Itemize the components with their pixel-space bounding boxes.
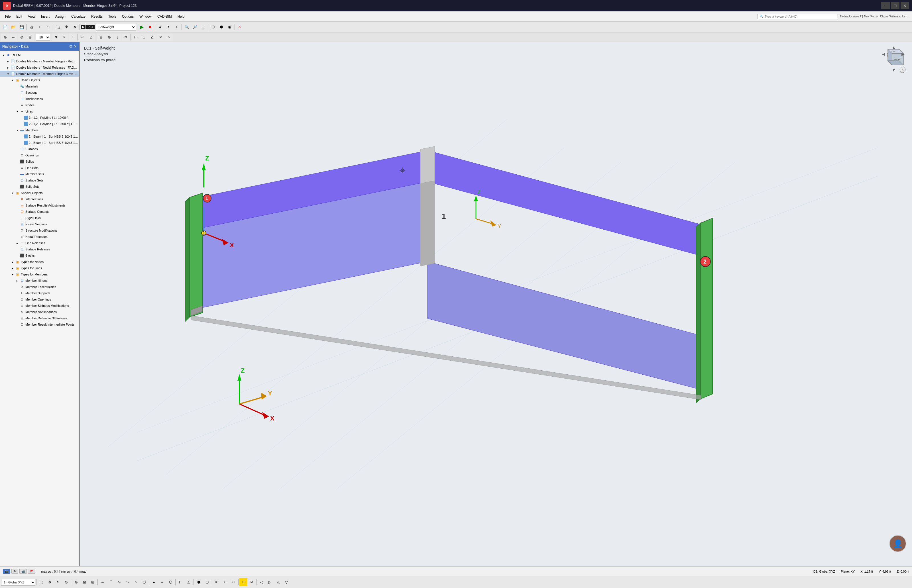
tree-item-surfacereleases[interactable]: ▸ ⬡ Surface Releases <box>0 246 79 252</box>
tree-item-typesmembers[interactable]: ▾ ▣ Types for Members <box>0 271 79 278</box>
load-case-dropdown[interactable]: Self-weight <box>96 24 136 31</box>
menu-item-view[interactable]: View <box>25 13 38 19</box>
tree-item-file2[interactable]: ▸ 📄 Double Members - Nodal Releases - FA… <box>0 65 79 71</box>
menu-item-results[interactable]: Results <box>88 13 105 19</box>
tree-item-memberstiffness[interactable]: ▸ ≡ Member Stiffness Modifications <box>0 302 79 309</box>
snap-line[interactable]: ━ <box>10 33 18 41</box>
menu-item-options[interactable]: Options <box>119 13 136 19</box>
snap-value-dropdown[interactable]: .10 <box>36 34 50 41</box>
filter-lines[interactable]: L <box>69 33 77 41</box>
bt-poly[interactable]: ⬡ <box>140 578 148 586</box>
tree-item-solidsets[interactable]: ▸ ⬛ Solid Sets <box>0 184 79 190</box>
tree-item-materials[interactable]: ▸ 🔩 Materials <box>0 83 79 89</box>
bt-node[interactable]: ● <box>150 578 158 586</box>
bt-face[interactable]: ⬡ <box>167 578 175 586</box>
toggle-lines[interactable]: ▾ <box>15 109 19 114</box>
tree-item-memberopenings[interactable]: ▸ ⊙ Member Openings <box>0 296 79 302</box>
zoom-in[interactable]: 🔍 <box>183 23 191 31</box>
view-y[interactable]: Y <box>165 23 172 31</box>
status-tab-video[interactable]: 📹 <box>19 569 27 574</box>
bt-solid[interactable]: ⬢ <box>195 578 203 586</box>
menu-item-tools[interactable]: Tools <box>105 13 119 19</box>
rotate-button[interactable]: ↻ <box>71 23 79 31</box>
open-button[interactable]: 📂 <box>10 23 18 31</box>
coord-system-dropdown[interactable]: 1 - Global XYZ <box>1 579 36 586</box>
new-button[interactable]: 📄 <box>1 23 9 31</box>
bt-circ[interactable]: ○ <box>132 578 140 586</box>
tree-item-memberresult[interactable]: ▸ ⊡ Member Result Intermediate Points <box>0 321 79 328</box>
tree-item-line1[interactable]: ▸ 1 - 1,2 | Polyline | L : 10.00 ft <box>0 115 79 121</box>
move-button[interactable]: ✥ <box>62 23 70 31</box>
view-cube[interactable]: TOP LEFT FRONT ◀ ▶ ▲ ▼ ⌂ <box>879 47 908 75</box>
tree-item-line2[interactable]: ▸ 2 - 1,2 | Polyline | L : 10.00 ft | Li… <box>0 121 79 127</box>
bt-section-y[interactable]: Y+ <box>221 578 229 586</box>
view-z[interactable]: Z <box>173 23 181 31</box>
bt-orbit[interactable]: ⊙ <box>62 578 70 586</box>
tree-item-typesnodes[interactable]: ▸ ▣ Types for Nodes <box>0 258 79 265</box>
tree-item-members[interactable]: ▾ ▬ Members <box>0 127 79 133</box>
tree-item-solids[interactable]: ▸ ⬛ Solids <box>0 158 79 165</box>
toggle-typeslines[interactable]: ▸ <box>10 266 15 270</box>
toggle-rfem[interactable]: ▾ <box>1 53 6 57</box>
tree-item-linesets[interactable]: ▸ ≡ Line Sets <box>0 165 79 171</box>
tree-item-membersupports[interactable]: ▸ ⊩ Member Supports <box>0 290 79 296</box>
toggle-typesnodes[interactable]: ▸ <box>10 260 15 264</box>
run-calc[interactable]: ▶ <box>138 23 146 31</box>
redo-button[interactable]: ↪ <box>44 23 52 31</box>
tree-item-intersections[interactable]: ▸ ✕ Intersections <box>0 196 79 202</box>
show-axes[interactable]: ⊕ <box>105 33 113 41</box>
menu-item-file[interactable]: File <box>2 13 13 19</box>
tree-item-openings[interactable]: ▸ ⊙ Openings <box>0 152 79 158</box>
user-avatar[interactable]: 👤 <box>889 535 906 552</box>
tree-item-basic[interactable]: ▾ ▣ Basic Objects <box>0 77 79 83</box>
tree-item-memberdefinable[interactable]: ▸ ⊞ Member Definable Stiffnesses <box>0 315 79 321</box>
toggle-linereleases[interactable]: ▸ <box>15 241 19 245</box>
bt-snap1[interactable]: ⊕ <box>72 578 80 586</box>
bt-angle[interactable]: ∠ <box>185 578 192 586</box>
bt-snap2[interactable]: ⊡ <box>80 578 88 586</box>
tree-item-thicknesses[interactable]: ▸ ⊞ Thicknesses <box>0 96 79 102</box>
toggle-typesmembers[interactable]: ▾ <box>10 272 15 276</box>
tree-item-resultsections[interactable]: ▸ ⊞ Result Sections <box>0 221 79 227</box>
maximize-button[interactable]: □ <box>891 2 899 9</box>
menu-item-edit[interactable]: Edit <box>13 13 25 19</box>
fit-view[interactable]: ⊡ <box>199 23 207 31</box>
tree-item-surfacesets[interactable]: ▸ ⬡ Surface Sets <box>0 177 79 184</box>
tree-item-memberhinges[interactable]: ▸ ⊙ Member Hinges <box>0 278 79 284</box>
menu-item-cadbim[interactable]: CAD-BIM <box>154 13 175 19</box>
angle-btn[interactable]: ∠ <box>148 33 156 41</box>
view-x[interactable]: X <box>156 23 164 31</box>
render-shade[interactable]: ◉ <box>226 23 234 31</box>
cross-btn[interactable]: ✕ <box>157 33 165 41</box>
tree-item-blocks[interactable]: ▸ ⬛ Blocks <box>0 252 79 258</box>
tree-item-membernonlinearities[interactable]: ▸ ≈ Member Nonlinearities <box>0 309 79 315</box>
print-button[interactable]: 🖨 <box>27 23 36 31</box>
tree-item-structuremods[interactable]: ▸ ⚙ Structure Modifications <box>0 227 79 234</box>
undo-button[interactable]: ↩ <box>36 23 44 31</box>
render-wire[interactable]: ⬡ <box>209 23 217 31</box>
bt-right1[interactable]: ◁ <box>258 578 266 586</box>
tree-item-rfem[interactable]: ▾ ■ RFEM <box>0 52 79 58</box>
save-button[interactable]: 💾 <box>18 23 26 31</box>
toggle-file2[interactable]: ▸ <box>6 65 10 70</box>
nav-close-button[interactable]: ✕ <box>74 44 77 49</box>
show-results[interactable]: ≋ <box>122 33 130 41</box>
bt-right3[interactable]: △ <box>274 578 282 586</box>
morph-btn[interactable]: ⊿ <box>87 33 95 41</box>
bt-edge[interactable]: ━ <box>158 578 166 586</box>
nav-float-button[interactable]: ⧉ <box>70 44 73 49</box>
toggle-members[interactable]: ▾ <box>15 128 19 132</box>
select-button[interactable]: ⬚ <box>54 23 62 31</box>
tree-item-membersets[interactable]: ▸ ▬ Member Sets <box>0 171 79 177</box>
tree-item-file1[interactable]: ▸ 📄 Double Members - Member Hinges - Rec… <box>0 58 79 65</box>
stop-calc[interactable]: ■ <box>146 23 154 31</box>
tree-item-nodes[interactable]: ▸ ● Nodes <box>0 102 79 108</box>
circle-btn[interactable]: ○ <box>165 33 173 41</box>
menu-item-insert[interactable]: Insert <box>38 13 52 19</box>
filter-btn[interactable]: ▼ <box>52 33 60 41</box>
bt-spline[interactable]: 〜 <box>123 578 131 586</box>
bt-line1[interactable]: ━ <box>99 578 107 586</box>
dimension-btn[interactable]: ⊢ <box>132 33 140 41</box>
bt-material[interactable]: M <box>247 578 255 586</box>
tree-item-lines[interactable]: ▾ ━ Lines <box>0 108 79 115</box>
